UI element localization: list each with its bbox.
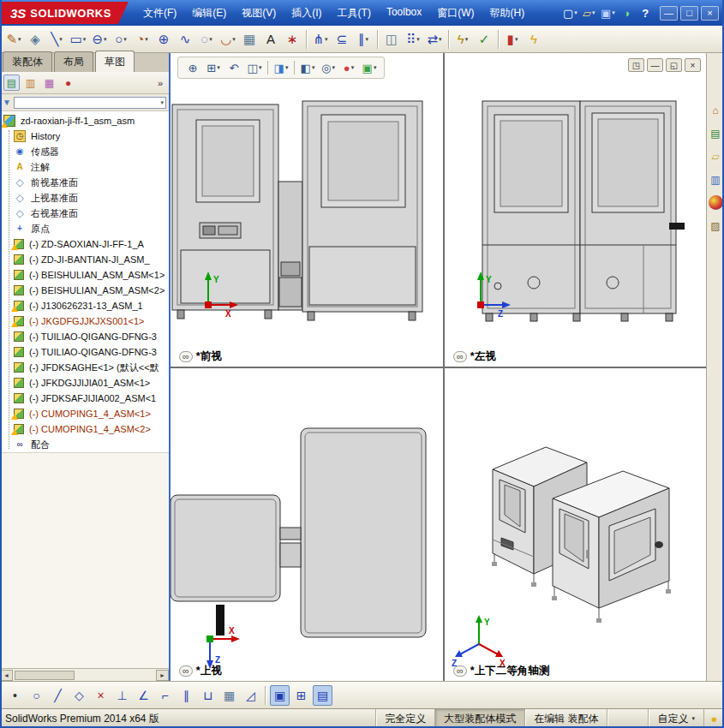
section-view-icon[interactable]: ◫▾ <box>245 58 264 77</box>
trim-entities-icon[interactable]: ⋔▾ <box>310 28 331 51</box>
viewport-label-isometric[interactable]: ∞ *上下二等角轴测 <box>453 664 549 678</box>
viewport-horizontal-splitter[interactable] <box>171 367 706 368</box>
dropdown-arrow-icon[interactable]: ▾ <box>465 36 469 43</box>
menu-item[interactable]: 视图(V) <box>234 2 284 25</box>
offset-entities-icon[interactable]: ∥▾ <box>353 28 374 51</box>
tree-item[interactable]: (-) BEISHULIAN_ASM_ASM<1> <box>0 267 169 283</box>
angle-relation-icon[interactable]: ∠ <box>134 685 153 706</box>
sketch-snaps-icon[interactable]: ϟ▾ <box>452 28 473 51</box>
tab-sketch[interactable]: 草图 <box>95 51 135 72</box>
customize-toolbar-icon[interactable]: ϟ <box>524 28 544 51</box>
edit-appearance-icon[interactable]: ●▾ <box>339 58 358 77</box>
dropdown-arrow-icon[interactable]: ▾ <box>439 36 442 43</box>
tree-item[interactable]: (-) JFDKSAFJIJIA002_ASM<1 <box>0 391 169 406</box>
solidworks-resources-icon[interactable]: ⌂ <box>709 103 723 117</box>
tree-item[interactable]: (-) BEISHULIAN_ASM_ASM<2> <box>0 283 169 298</box>
dropdown-arrow-icon[interactable]: ▾ <box>574 9 577 16</box>
scroll-right-button[interactable]: ► <box>156 670 169 681</box>
graphics-area[interactable]: Y X <box>171 53 706 681</box>
filter-icon[interactable]: ▼ <box>3 98 11 107</box>
open-document-button[interactable]: ▱▾ <box>580 4 597 21</box>
sketch-fillet-icon[interactable]: ◡▾ <box>218 28 238 51</box>
viewport-label-left[interactable]: ∞ *左视 <box>453 349 496 364</box>
tree-item[interactable]: (-) JFKDGJJIJIA01_ASM<1> <box>0 375 169 391</box>
window-restore-button[interactable]: ◳ <box>628 58 644 72</box>
slot-icon[interactable]: ⊖▾ <box>89 28 110 51</box>
panel-hscrollbar[interactable]: ◄ ► <box>0 668 169 681</box>
tree-item[interactable]: (-) JKGDFGJJKJXS001<1> <box>0 313 169 329</box>
left-view-drawing[interactable]: Y Z <box>445 53 706 367</box>
window-close-button[interactable]: × <box>685 58 701 72</box>
text-tool-icon[interactable]: A <box>260 28 281 51</box>
perpendicular-relation-icon[interactable]: ⊥ <box>112 685 132 706</box>
tree-item[interactable]: zd-raoxian-ji-ff-1_asm_asm <box>0 113 169 128</box>
dropdown-arrow-icon[interactable]: ▾ <box>312 64 315 71</box>
arc-icon[interactable]: ◔▾ <box>132 28 153 51</box>
dropdown-arrow-icon[interactable]: ▾ <box>365 36 368 43</box>
tree-item[interactable]: (-) J130626231-13_ASM_1 <box>0 298 169 313</box>
point-icon[interactable]: ∗ <box>282 28 302 51</box>
dropdown-arrow-icon[interactable]: ▾ <box>59 36 63 43</box>
slot-tool-icon[interactable]: ⊔ <box>198 685 218 706</box>
tab-assembly[interactable]: 装配体 <box>3 51 52 72</box>
dropdown-arrow-icon[interactable]: ▾ <box>374 64 377 71</box>
ellipse-icon[interactable]: ◌▾ <box>196 28 217 51</box>
linear-pattern-icon[interactable]: ⠿▾ <box>403 28 423 51</box>
isometric-view-drawing[interactable]: Y X Z <box>445 368 706 681</box>
tree-item[interactable]: ◉传感器 <box>0 144 169 159</box>
viewport-two-icon[interactable]: ⊞ <box>291 685 311 706</box>
sketch-icon[interactable]: ✎▾ <box>3 28 24 51</box>
tree-item[interactable]: (-) CUMOPING1_4_ASM<1> <box>0 406 169 421</box>
zoom-area-icon[interactable]: ⊞▾ <box>204 58 223 77</box>
dropdown-arrow-icon[interactable]: ▾ <box>351 64 355 71</box>
tree-item[interactable]: ◷History <box>0 128 169 144</box>
smart-dimension-icon[interactable]: ◈ <box>25 28 45 51</box>
status-customize-icon[interactable]: ● <box>703 709 724 728</box>
dropdown-arrow-icon[interactable]: ▾ <box>259 64 262 71</box>
menu-item[interactable]: Toolbox <box>379 2 429 25</box>
appearances-scenes-icon[interactable]: ● <box>709 195 723 210</box>
scroll-thumb[interactable] <box>15 671 75 680</box>
status-custom-dropdown[interactable]: 自定义▾ <box>648 709 703 728</box>
plane-grid-icon[interactable]: ▦ <box>239 28 260 51</box>
menu-item[interactable]: 插入(I) <box>284 2 329 25</box>
dropdown-arrow-icon[interactable]: ▾ <box>145 36 148 43</box>
viewport-single-icon[interactable]: ▣ <box>270 685 290 706</box>
propertymanager-tab-icon[interactable]: ▥ <box>22 75 39 91</box>
rectangle-icon[interactable]: ▭▾ <box>68 28 88 51</box>
menu-item[interactable]: 文件(F) <box>135 2 184 25</box>
tree-item[interactable]: +原点 <box>0 221 169 236</box>
select-point-icon[interactable]: • <box>5 685 25 706</box>
top-view-drawing[interactable]: X Z <box>171 368 443 681</box>
spline-icon[interactable]: ∿ <box>175 28 195 51</box>
dropdown-arrow-icon[interactable]: ▾ <box>18 36 21 43</box>
hide-show-items-icon[interactable]: ◎▾ <box>319 58 338 77</box>
circle-icon[interactable]: ○▾ <box>111 28 131 51</box>
tree-item[interactable]: ◇前视基准面 <box>0 175 169 190</box>
save-button[interactable]: ▣▾ <box>599 4 616 21</box>
line-icon[interactable]: ╲▾ <box>46 28 67 51</box>
polygon-tool-icon[interactable]: ◇ <box>69 685 89 706</box>
corner-relation-icon[interactable]: ⌐ <box>155 685 175 706</box>
previous-view-icon[interactable]: ↶ <box>224 58 243 77</box>
custom-properties-icon[interactable]: ▨ <box>709 218 723 233</box>
tree-item[interactable]: (-) CUMOPING1_4_ASM<2> <box>0 421 169 437</box>
menu-item[interactable]: 帮助(H) <box>482 2 533 25</box>
perimeter-circle-icon[interactable]: ⊕ <box>153 28 174 51</box>
grid-tool-icon[interactable]: ▦ <box>219 685 239 706</box>
tree-item[interactable]: (-) ZD-JI-BANTIAN-JI_ASM_ <box>0 252 169 267</box>
tree-item[interactable]: (-) JFDKSAGHE<1> (默认<<默 <box>0 360 169 375</box>
viewport-label-front[interactable]: ∞ *前视 <box>179 349 222 364</box>
menu-item[interactable]: 窗口(W) <box>429 2 482 25</box>
options-toggle-button[interactable]: ◑ <box>618 4 635 21</box>
window-minimize-button[interactable]: — <box>647 58 663 72</box>
circle-tool-icon[interactable]: ○ <box>27 685 46 706</box>
design-library-icon[interactable]: ▤ <box>709 126 723 140</box>
tree-item[interactable]: ◇上视基准面 <box>0 190 169 206</box>
mirror-entities-icon[interactable]: ◫ <box>381 28 402 51</box>
configurationmanager-tab-icon[interactable]: ▦ <box>41 75 57 91</box>
dropdown-arrow-icon[interactable]: ▾ <box>104 36 107 43</box>
dropdown-arrow-icon[interactable]: ▾ <box>325 36 328 43</box>
displaymanager-tab-icon[interactable]: ● <box>60 75 76 91</box>
tree-item[interactable]: A注解 <box>0 159 169 175</box>
